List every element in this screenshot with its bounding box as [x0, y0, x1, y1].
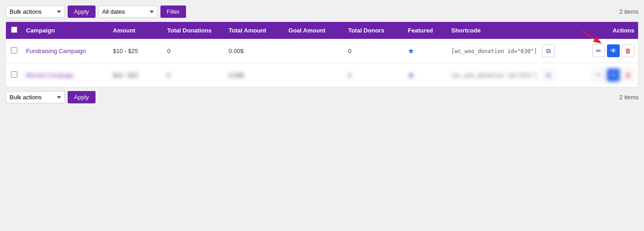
row-select-checkbox[interactable] [11, 47, 17, 54]
delete-button[interactable]: 🗑 [622, 69, 634, 81]
column-total-donations: Total Donations [164, 22, 225, 39]
shortcode-text: [wc_woo_donation id="631"] [451, 72, 537, 79]
column-featured: Featured [404, 22, 447, 39]
column-goal-amount: Goal Amount [285, 22, 345, 39]
total-donors-cell: 0 [345, 39, 404, 63]
action-icons: ✏ 👁 🗑 [583, 69, 634, 81]
action-icons: ✏ 👁 🗑 [583, 44, 634, 57]
featured-star-icon: ★ [408, 47, 414, 55]
shortcode-text: [wc_woo_donation id="630"] [451, 48, 537, 54]
date-filter-select[interactable]: All dates [98, 5, 158, 18]
delete-button[interactable]: 🗑 [622, 44, 634, 57]
campaign-link[interactable]: Fundraising Campaign [26, 48, 86, 54]
table-header: Campaign Amount Total Donations Total Am… [6, 22, 638, 39]
table-row: Blurred Campaign $10 - $25 0 0.00$ 0 ★ [… [6, 63, 638, 87]
select-all-checkbox[interactable] [11, 27, 17, 33]
view-button[interactable]: 👁 [607, 44, 620, 57]
filter-button[interactable]: Filter [160, 5, 186, 18]
top-items-count: 2 items [619, 8, 639, 15]
total-amount-cell: 0.00$ [225, 63, 285, 87]
bottom-toolbar: Bulk actions Apply 2 items [5, 91, 639, 103]
actions-cell: ✏ 👁 🗑 [580, 63, 638, 87]
view-button[interactable]: 👁 [607, 69, 620, 81]
campaign-name-cell: Blurred Campaign [22, 63, 109, 87]
bottom-apply-button[interactable]: Apply [68, 91, 96, 103]
row-checkbox-cell [6, 63, 22, 87]
amount-cell: $10 - $25 [109, 39, 164, 63]
shortcode-cell: [wc_woo_donation id="631"] ⧉ [447, 63, 579, 87]
top-apply-button[interactable]: Apply [68, 5, 96, 18]
column-amount: Amount [109, 22, 164, 39]
column-shortcode: Shortcode [447, 22, 579, 39]
top-toolbar: Bulk actions Apply All dates Filter 2 it… [5, 5, 639, 18]
select-all-header[interactable] [6, 22, 22, 39]
featured-cell: ★ [404, 39, 447, 63]
total-donors-cell: 0 [345, 63, 404, 87]
column-total-amount: Total Amount [225, 22, 285, 39]
table-row: Fundraising Campaign $10 - $25 0 0.00$ 0… [6, 39, 638, 63]
campaign-name-cell: Fundraising Campaign [22, 39, 109, 63]
featured-cell: ★ [404, 63, 447, 87]
edit-button[interactable]: ✏ [592, 44, 605, 57]
row-select-checkbox[interactable] [11, 71, 17, 78]
bottom-toolbar-left: Bulk actions Apply [5, 91, 96, 103]
campaigns-table: Campaign Amount Total Donations Total Am… [6, 22, 638, 87]
copy-shortcode-button[interactable]: ⧉ [542, 44, 555, 57]
goal-amount-cell [285, 63, 345, 87]
column-total-donors: Total Donors [345, 22, 404, 39]
edit-button[interactable]: ✏ [592, 69, 605, 81]
table-body: Fundraising Campaign $10 - $25 0 0.00$ 0… [6, 39, 638, 87]
column-campaign: Campaign [22, 22, 109, 39]
row-checkbox-cell [6, 39, 22, 63]
actions-cell: ✏ 👁 🗑 [580, 39, 638, 63]
bulk-actions-select[interactable]: Bulk actions [5, 5, 65, 18]
campaigns-table-wrapper: Campaign Amount Total Donations Total Am… [5, 21, 639, 87]
goal-amount-cell [285, 39, 345, 63]
column-actions: Actions [580, 22, 638, 39]
total-donations-cell: 0 [164, 63, 225, 87]
total-amount-cell: 0.00$ [225, 39, 285, 63]
bottom-bulk-actions-select[interactable]: Bulk actions [5, 91, 65, 103]
total-donations-cell: 0 [164, 39, 225, 63]
copy-shortcode-button[interactable]: ⧉ [542, 69, 555, 81]
bottom-items-count: 2 items [619, 94, 639, 101]
shortcode-cell: [wc_woo_donation id="630"] ⧉ [447, 39, 579, 63]
toolbar-left: Bulk actions Apply All dates Filter [5, 5, 186, 18]
featured-star-icon: ★ [408, 71, 414, 79]
campaign-link[interactable]: Blurred Campaign [26, 72, 74, 79]
amount-cell: $10 - $25 [109, 63, 164, 87]
